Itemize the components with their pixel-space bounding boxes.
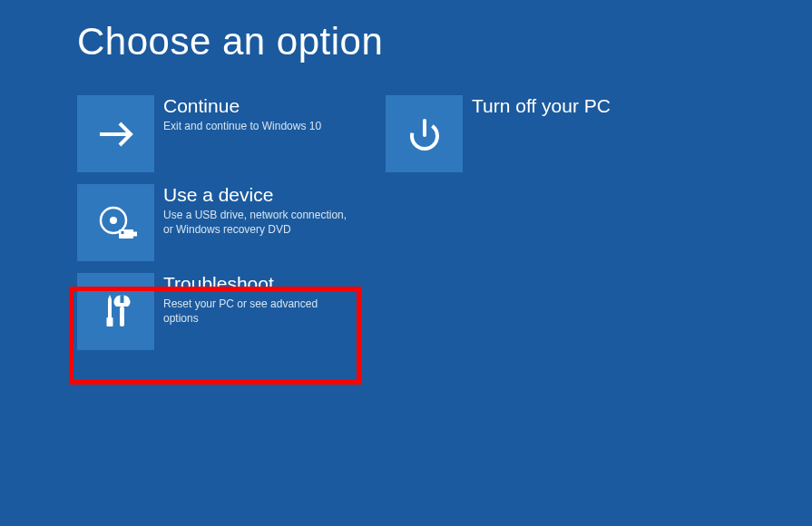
troubleshoot-title: Troubleshoot — [163, 273, 354, 295]
turn-off-title: Turn off your PC — [472, 95, 611, 117]
use-device-title: Use a device — [163, 184, 354, 206]
options-container: Continue Exit and continue to Windows 10… — [77, 95, 667, 350]
troubleshoot-option[interactable]: Troubleshoot Reset your PC or see advanc… — [77, 273, 358, 350]
svg-rect-9 — [120, 296, 123, 303]
options-column-left: Continue Exit and continue to Windows 10… — [77, 95, 358, 350]
use-device-desc: Use a USB drive, network connection, or … — [163, 209, 354, 237]
disc-usb-icon — [77, 184, 154, 261]
tools-icon — [77, 273, 154, 350]
svg-rect-5 — [108, 299, 112, 317]
power-icon — [386, 95, 463, 172]
svg-rect-4 — [121, 231, 123, 234]
svg-rect-6 — [106, 317, 113, 326]
svg-marker-7 — [108, 295, 112, 299]
options-column-right: Turn off your PC — [386, 95, 667, 350]
turn-off-text: Turn off your PC — [463, 95, 611, 120]
continue-text: Continue Exit and continue to Windows 10 — [154, 95, 321, 134]
page-title: Choose an option — [77, 20, 383, 63]
continue-title: Continue — [163, 95, 321, 117]
arrow-right-icon — [77, 95, 154, 172]
use-device-text: Use a device Use a USB drive, network co… — [154, 184, 354, 237]
svg-rect-3 — [133, 231, 137, 236]
svg-rect-2 — [119, 229, 133, 239]
troubleshoot-text: Troubleshoot Reset your PC or see advanc… — [154, 273, 354, 326]
troubleshoot-desc: Reset your PC or see advanced options — [163, 297, 354, 326]
continue-option[interactable]: Continue Exit and continue to Windows 10 — [77, 95, 358, 172]
use-device-option[interactable]: Use a device Use a USB drive, network co… — [77, 184, 358, 261]
continue-desc: Exit and continue to Windows 10 — [163, 120, 321, 134]
turn-off-option[interactable]: Turn off your PC — [386, 95, 667, 172]
svg-rect-8 — [120, 307, 124, 326]
svg-point-1 — [110, 217, 117, 224]
